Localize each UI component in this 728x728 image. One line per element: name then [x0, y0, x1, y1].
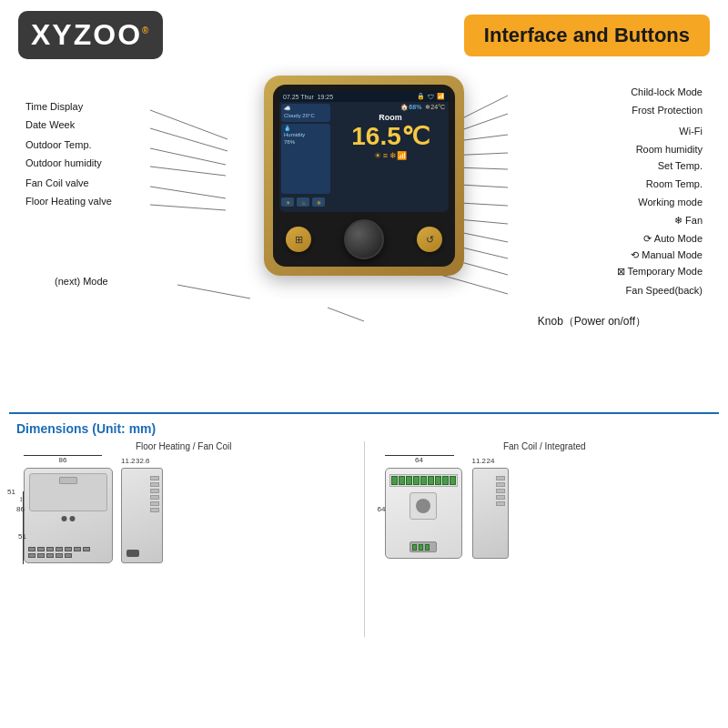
- right-button[interactable]: ↺: [417, 227, 442, 252]
- heat-icon: ♨: [297, 197, 309, 207]
- front-inner-panel: [29, 473, 107, 511]
- side-ridges-2: [496, 476, 505, 551]
- mode-icon-2: ≡: [383, 151, 388, 160]
- front-diagram: 51 ↕: [24, 468, 115, 572]
- thermostat-device: 07.25 Thur 19:25 🔒 🛡 📶 ☁️ Cloudy: [264, 76, 464, 276]
- fan-coil-side-view: [472, 468, 509, 559]
- weather-box: ☁️ Cloudy 20°C: [281, 104, 330, 122]
- mode-icon-3: ❄📶: [389, 151, 407, 160]
- svg-line-0: [150, 110, 228, 139]
- label-knob: Knob（Power on/off）: [538, 314, 646, 329]
- label-frost: Frost Protection: [632, 105, 703, 116]
- lock-icon: 🔒: [417, 93, 425, 100]
- label-temporary-mode: ⊠ Temporary Mode: [617, 266, 703, 278]
- section-divider: [364, 441, 365, 637]
- label-room-humidity: Room humidity: [636, 144, 703, 155]
- logo-text: XYZOO®: [31, 18, 150, 51]
- terminal-block: [28, 547, 108, 558]
- screen-right-column: 🏠68% ❄24°C Room 16.5℃ ☀ ≡: [332, 102, 449, 208]
- svg-line-5: [150, 205, 226, 210]
- svg-line-1: [150, 128, 228, 151]
- label-room-temp: Room Temp.: [646, 178, 703, 189]
- humidity-box: 💧 Humidity 78%: [281, 124, 330, 194]
- label-set-temp: Set Temp.: [658, 160, 703, 171]
- working-mode-icons: ☀ ≡ ❄📶: [374, 151, 407, 160]
- room-label: Room: [379, 113, 402, 122]
- page-title: Interface and Buttons: [484, 24, 690, 46]
- set-temp-value: ❄24°C: [425, 104, 445, 111]
- svg-line-3: [150, 167, 226, 176]
- svg-line-4: [150, 187, 226, 198]
- device-inner-frame: 07.25 Thur 19:25 🔒 🛡 📶 ☁️ Cloudy: [273, 85, 455, 267]
- bottom-connector: [410, 541, 437, 552]
- label-auto-mode: ⟳ Auto Mode: [643, 233, 703, 245]
- svg-line-19: [328, 308, 364, 321]
- floor-heating-section: Floor Heating / Fan Coil 86: [16, 441, 351, 637]
- device-front-view: [24, 468, 113, 563]
- thermostat-screen: 07.25 Thur 19:25 🔒 🛡 📶 ☁️ Cloudy: [279, 91, 449, 212]
- connector-holes: [62, 516, 76, 521]
- svg-line-2: [150, 148, 226, 165]
- device-outer-frame: 07.25 Thur 19:25 🔒 🛡 📶 ☁️ Cloudy: [264, 76, 464, 276]
- label-fan-speed: Fan Speed(back): [626, 285, 703, 296]
- mode-icon-1: ☀: [374, 151, 381, 160]
- header: XYZOO® Interface and Buttons: [0, 0, 728, 66]
- dimensions-title: Dimensions (Unit: mm): [9, 421, 719, 436]
- fan-coil-front-view: [385, 468, 462, 559]
- label-child-lock: Child-lock Mode: [631, 86, 703, 97]
- room-humidity-value: 🏠68%: [400, 104, 421, 111]
- device-buttons-row: ⊞ ↺: [275, 212, 453, 267]
- sun-icon: ☀: [281, 197, 294, 207]
- shield-icon: 🛡: [428, 94, 434, 100]
- label-working-mode: Working mode: [638, 197, 703, 207]
- room-stats-row: 🏠68% ❄24°C: [334, 104, 447, 111]
- label-manual-mode: ⟲ Manual Mode: [631, 249, 703, 261]
- label-wifi: Wi-Fi: [679, 126, 703, 136]
- center-knob[interactable]: [344, 219, 384, 259]
- fan-coil-side-diagram: 11.2 24: [472, 468, 522, 572]
- label-next-mode: (next) Mode: [55, 276, 108, 287]
- label-floor-heating: Floor Heating valve: [25, 196, 112, 207]
- center-component: [410, 492, 437, 520]
- svg-line-6: [177, 285, 250, 298]
- label-date-week: Date Week: [25, 119, 75, 130]
- screen-status-icons: 🔒 🛡 📶: [417, 93, 445, 100]
- side-ridges: [150, 476, 159, 555]
- terminal-block-top: [389, 474, 458, 487]
- screen-date-time: 07.25 Thur 19:25: [283, 94, 333, 100]
- label-outdoor-humidity: Outdoor humidity: [25, 157, 102, 168]
- left-button[interactable]: ⊞: [286, 227, 311, 252]
- wifi-icon: 📶: [437, 93, 445, 100]
- label-fan-coil: Fan Coil valve: [25, 177, 89, 188]
- fan-icon: ❄: [312, 197, 325, 207]
- fan-coil-front-diagram: [385, 468, 467, 563]
- fan-coil-label: Fan Coil / Integrated: [378, 441, 713, 451]
- label-fan: ❄ Fan: [674, 215, 703, 227]
- room-temperature-display: 16.5℃: [351, 124, 430, 149]
- fan-coil-section: Fan Coil / Integrated 64: [378, 441, 713, 637]
- control-icons-row: ☀ ♨ ❄: [281, 197, 330, 207]
- bottom-section: Dimensions (Unit: mm) Floor Heating / Fa…: [9, 412, 719, 637]
- screen-left-column: ☁️ Cloudy 20°C 💧 Humidity 78% ☀ ♨: [279, 102, 332, 208]
- screen-top-bar: 07.25 Thur 19:25 🔒 🛡 📶: [279, 91, 449, 102]
- label-outdoor-temp: Outdoor Temp.: [25, 139, 92, 150]
- diagrams-row: Floor Heating / Fan Coil 86: [9, 441, 719, 637]
- title-box: Interface and Buttons: [464, 15, 710, 56]
- label-time-display: Time Display: [25, 101, 83, 112]
- device-side-view: [121, 468, 163, 563]
- screen-body: ☁️ Cloudy 20°C 💧 Humidity 78% ☀ ♨: [279, 102, 449, 208]
- top-section: Time Display Date Week Outdoor Temp. Out…: [9, 66, 719, 412]
- floor-heating-label: Floor Heating / Fan Coil: [16, 441, 351, 451]
- logo-dot: ®: [142, 25, 150, 35]
- logo-box: XYZOO®: [18, 11, 163, 59]
- side-diagram: 11.2 32.6: [121, 468, 171, 572]
